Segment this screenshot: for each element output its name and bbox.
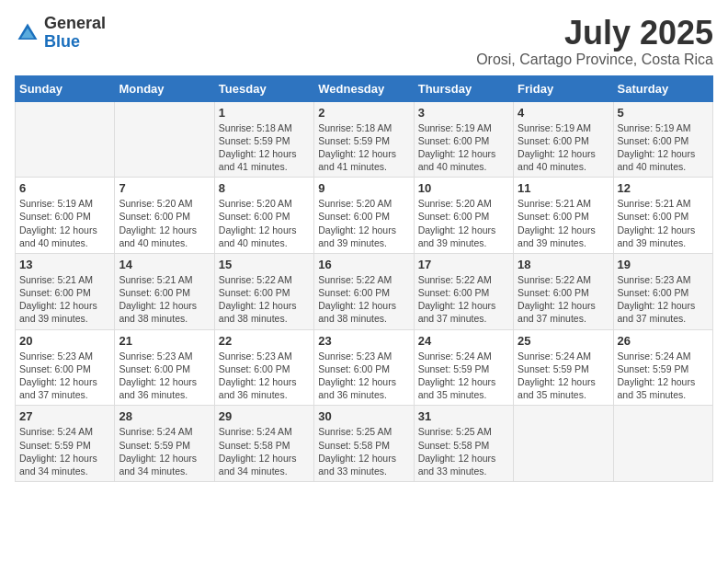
calendar-cell: 1Sunrise: 5:18 AMSunset: 5:59 PMDaylight… <box>214 101 313 178</box>
day-number: 21 <box>119 334 210 348</box>
day-number: 14 <box>119 258 210 271</box>
calendar-cell: 28Sunrise: 5:24 AMSunset: 5:59 PMDayligh… <box>115 406 214 482</box>
day-number: 11 <box>518 181 609 195</box>
weekday-header-tuesday: Tuesday <box>214 75 313 101</box>
calendar-week-row: 13Sunrise: 5:21 AMSunset: 6:00 PMDayligh… <box>16 253 713 329</box>
day-info: Sunrise: 5:18 AMSunset: 5:59 PMDaylight:… <box>219 121 310 174</box>
logo-text: General Blue <box>44 15 106 52</box>
calendar-cell: 23Sunrise: 5:23 AMSunset: 6:00 PMDayligh… <box>314 329 414 406</box>
day-info: Sunrise: 5:22 AMSunset: 6:00 PMDaylight:… <box>418 273 509 326</box>
day-number: 29 <box>219 409 310 423</box>
calendar-cell: 17Sunrise: 5:22 AMSunset: 6:00 PMDayligh… <box>414 253 513 329</box>
day-number: 25 <box>518 334 609 348</box>
day-info: Sunrise: 5:23 AMSunset: 6:00 PMDaylight:… <box>19 350 110 402</box>
day-number: 2 <box>318 106 409 120</box>
day-number: 17 <box>418 258 509 271</box>
weekday-header-saturday: Saturday <box>613 75 712 101</box>
month-title: July 2025 <box>476 15 713 52</box>
day-info: Sunrise: 5:22 AMSunset: 6:00 PMDaylight:… <box>518 273 609 326</box>
day-info: Sunrise: 5:23 AMSunset: 6:00 PMDaylight:… <box>119 350 210 402</box>
day-info: Sunrise: 5:24 AMSunset: 5:59 PMDaylight:… <box>119 425 210 477</box>
calendar-cell: 3Sunrise: 5:19 AMSunset: 6:00 PMDaylight… <box>414 101 513 178</box>
calendar-cell: 5Sunrise: 5:19 AMSunset: 6:00 PMDaylight… <box>613 101 712 178</box>
day-info: Sunrise: 5:23 AMSunset: 6:00 PMDaylight:… <box>318 350 409 402</box>
day-number: 13 <box>19 258 110 271</box>
calendar-header-row: SundayMondayTuesdayWednesdayThursdayFrid… <box>16 75 713 101</box>
calendar-cell: 15Sunrise: 5:22 AMSunset: 6:00 PMDayligh… <box>214 253 313 329</box>
day-info: Sunrise: 5:22 AMSunset: 6:00 PMDaylight:… <box>318 273 409 326</box>
day-number: 3 <box>418 106 509 120</box>
day-number: 16 <box>318 258 409 271</box>
day-number: 28 <box>119 409 210 423</box>
calendar-cell: 16Sunrise: 5:22 AMSunset: 6:00 PMDayligh… <box>314 253 414 329</box>
day-info: Sunrise: 5:24 AMSunset: 5:59 PMDaylight:… <box>19 425 110 477</box>
calendar-week-row: 1Sunrise: 5:18 AMSunset: 5:59 PMDaylight… <box>16 101 713 178</box>
calendar-cell: 27Sunrise: 5:24 AMSunset: 5:59 PMDayligh… <box>16 406 115 482</box>
weekday-header-wednesday: Wednesday <box>314 75 414 101</box>
calendar-cell: 31Sunrise: 5:25 AMSunset: 5:58 PMDayligh… <box>414 406 513 482</box>
day-number: 1 <box>219 106 310 120</box>
calendar-cell: 26Sunrise: 5:24 AMSunset: 5:59 PMDayligh… <box>613 329 712 406</box>
day-info: Sunrise: 5:20 AMSunset: 6:00 PMDaylight:… <box>219 197 310 249</box>
day-info: Sunrise: 5:24 AMSunset: 5:59 PMDaylight:… <box>518 350 609 402</box>
day-number: 12 <box>618 181 709 195</box>
calendar-cell: 2Sunrise: 5:18 AMSunset: 5:59 PMDaylight… <box>314 101 414 178</box>
calendar-cell <box>613 406 712 482</box>
day-info: Sunrise: 5:25 AMSunset: 5:58 PMDaylight:… <box>418 425 509 477</box>
logo: General Blue <box>15 15 106 52</box>
day-number: 4 <box>518 106 609 120</box>
title-area: July 2025 Orosi, Cartago Province, Costa… <box>476 15 713 68</box>
calendar-cell: 29Sunrise: 5:24 AMSunset: 5:58 PMDayligh… <box>214 406 313 482</box>
calendar-cell: 12Sunrise: 5:21 AMSunset: 6:00 PMDayligh… <box>613 178 712 254</box>
day-number: 19 <box>618 258 709 271</box>
day-number: 8 <box>219 181 310 195</box>
calendar-cell: 25Sunrise: 5:24 AMSunset: 5:59 PMDayligh… <box>514 329 613 406</box>
location-title: Orosi, Cartago Province, Costa Rica <box>476 52 713 68</box>
day-info: Sunrise: 5:23 AMSunset: 6:00 PMDaylight:… <box>618 273 709 326</box>
calendar-cell: 20Sunrise: 5:23 AMSunset: 6:00 PMDayligh… <box>16 329 115 406</box>
calendar-cell: 9Sunrise: 5:20 AMSunset: 6:00 PMDaylight… <box>314 178 414 254</box>
logo-icon <box>15 20 40 46</box>
day-info: Sunrise: 5:20 AMSunset: 6:00 PMDaylight:… <box>418 197 509 249</box>
day-number: 22 <box>219 334 310 348</box>
day-number: 9 <box>318 181 409 195</box>
weekday-header-thursday: Thursday <box>414 75 513 101</box>
day-info: Sunrise: 5:20 AMSunset: 6:00 PMDaylight:… <box>318 197 409 249</box>
calendar-cell <box>115 101 214 178</box>
day-number: 18 <box>518 258 609 271</box>
day-number: 5 <box>618 106 709 120</box>
day-number: 6 <box>19 181 110 195</box>
calendar-cell: 6Sunrise: 5:19 AMSunset: 6:00 PMDaylight… <box>16 178 115 254</box>
day-number: 30 <box>318 409 409 423</box>
day-info: Sunrise: 5:24 AMSunset: 5:59 PMDaylight:… <box>618 350 709 402</box>
day-number: 10 <box>418 181 509 195</box>
day-number: 27 <box>19 409 110 423</box>
day-info: Sunrise: 5:19 AMSunset: 6:00 PMDaylight:… <box>418 121 509 174</box>
day-number: 7 <box>119 181 210 195</box>
day-number: 20 <box>19 334 110 348</box>
calendar-cell: 30Sunrise: 5:25 AMSunset: 5:58 PMDayligh… <box>314 406 414 482</box>
calendar-week-row: 27Sunrise: 5:24 AMSunset: 5:59 PMDayligh… <box>16 406 713 482</box>
day-info: Sunrise: 5:21 AMSunset: 6:00 PMDaylight:… <box>119 273 210 326</box>
calendar-table: SundayMondayTuesdayWednesdayThursdayFrid… <box>15 75 713 482</box>
calendar-cell: 24Sunrise: 5:24 AMSunset: 5:59 PMDayligh… <box>414 329 513 406</box>
weekday-header-sunday: Sunday <box>16 75 115 101</box>
calendar-week-row: 20Sunrise: 5:23 AMSunset: 6:00 PMDayligh… <box>16 329 713 406</box>
day-number: 23 <box>318 334 409 348</box>
day-info: Sunrise: 5:25 AMSunset: 5:58 PMDaylight:… <box>318 425 409 477</box>
page-header: General Blue July 2025 Orosi, Cartago Pr… <box>15 15 713 68</box>
day-info: Sunrise: 5:22 AMSunset: 6:00 PMDaylight:… <box>219 273 310 326</box>
weekday-header-friday: Friday <box>514 75 613 101</box>
calendar-cell: 10Sunrise: 5:20 AMSunset: 6:00 PMDayligh… <box>414 178 513 254</box>
day-number: 15 <box>219 258 310 271</box>
calendar-cell: 14Sunrise: 5:21 AMSunset: 6:00 PMDayligh… <box>115 253 214 329</box>
calendar-cell: 22Sunrise: 5:23 AMSunset: 6:00 PMDayligh… <box>214 329 313 406</box>
calendar-week-row: 6Sunrise: 5:19 AMSunset: 6:00 PMDaylight… <box>16 178 713 254</box>
day-info: Sunrise: 5:19 AMSunset: 6:00 PMDaylight:… <box>518 121 609 174</box>
calendar-cell <box>16 101 115 178</box>
calendar-cell: 18Sunrise: 5:22 AMSunset: 6:00 PMDayligh… <box>514 253 613 329</box>
day-info: Sunrise: 5:21 AMSunset: 6:00 PMDaylight:… <box>19 273 110 326</box>
day-info: Sunrise: 5:24 AMSunset: 5:59 PMDaylight:… <box>418 350 509 402</box>
day-number: 26 <box>618 334 709 348</box>
calendar-cell: 21Sunrise: 5:23 AMSunset: 6:00 PMDayligh… <box>115 329 214 406</box>
